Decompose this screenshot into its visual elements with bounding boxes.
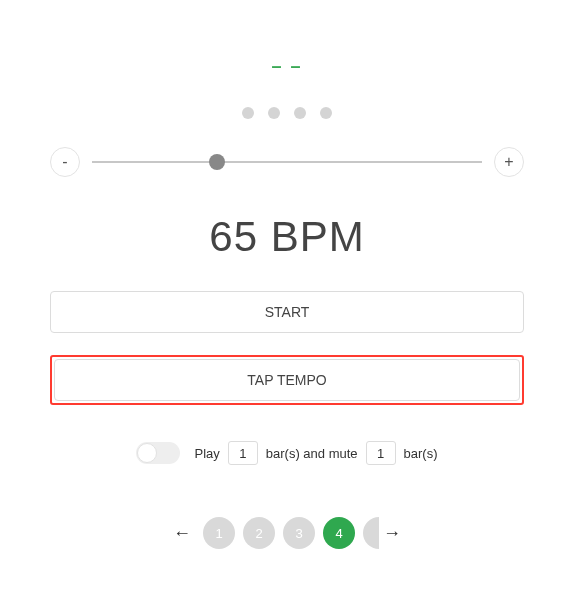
pager-prev-button[interactable]: ←: [169, 523, 195, 544]
beat-dot: [294, 107, 306, 119]
beat-indicator: [50, 107, 524, 119]
toggle-knob: [137, 443, 157, 463]
pager-page-4[interactable]: 4: [323, 517, 355, 549]
pager-page-1[interactable]: 1: [203, 517, 235, 549]
tempo-display: – –: [50, 56, 524, 77]
slider-thumb[interactable]: [209, 154, 225, 170]
time-signature-pager: ← 1 2 3 4 →: [50, 517, 524, 549]
tempo-slider-row: - +: [50, 147, 524, 177]
bars-label: bar(s): [404, 446, 438, 461]
bpm-readout: 65 BPM: [50, 213, 524, 261]
mute-bar-controls: Play bar(s) and mute bar(s): [50, 441, 524, 465]
start-button[interactable]: START: [50, 291, 524, 333]
bars-and-mute-label: bar(s) and mute: [266, 446, 358, 461]
play-label: Play: [194, 446, 219, 461]
play-bars-input[interactable]: [228, 441, 258, 465]
tap-tempo-button[interactable]: TAP TEMPO: [54, 359, 520, 401]
tap-tempo-highlight: TAP TEMPO: [50, 355, 524, 405]
tempo-increase-button[interactable]: +: [494, 147, 524, 177]
pager-page-2[interactable]: 2: [243, 517, 275, 549]
mute-bars-input[interactable]: [366, 441, 396, 465]
tempo-slider[interactable]: [92, 154, 482, 170]
tempo-decrease-button[interactable]: -: [50, 147, 80, 177]
pager-page-next-partial[interactable]: [363, 517, 379, 549]
beat-dot: [242, 107, 254, 119]
pager-next-button[interactable]: →: [379, 523, 405, 544]
pager-page-3[interactable]: 3: [283, 517, 315, 549]
mute-toggle[interactable]: [136, 442, 180, 464]
slider-track: [92, 161, 482, 163]
beat-dot: [320, 107, 332, 119]
beat-dot: [268, 107, 280, 119]
